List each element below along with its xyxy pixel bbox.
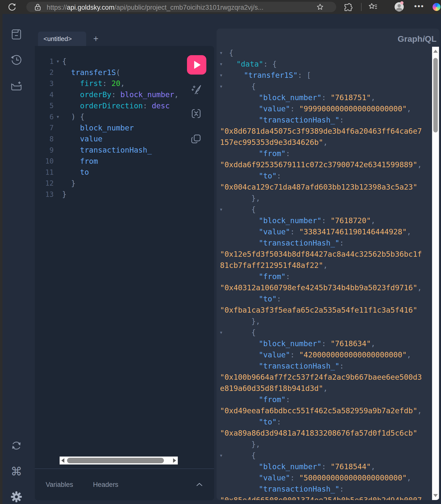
line-number: 6 (35, 113, 54, 121)
keyboard-shortcuts-icon[interactable]: ⌘ (11, 465, 22, 478)
tab-headers[interactable]: Headers (93, 481, 118, 489)
response-row: "0x12e5fd3f5034b8df84427ac8a44c32562b5b3… (217, 249, 430, 260)
bookmark-star-icon[interactable] (316, 3, 324, 11)
response-row: 81cb7faff212951f48af22", (217, 260, 430, 271)
response-row: }, (217, 316, 430, 327)
response-row: "0xdda6f92535679111c072c37900742e6341599… (217, 159, 430, 170)
scroll-up-arrow[interactable] (433, 50, 438, 53)
response-row: "0xd49eeafa6bdbcc551f462c5a582959a9b7a2e… (217, 405, 430, 416)
response-row: "value": "3383417461190146444928", (217, 226, 430, 237)
response-row: "block_number": "7618751", (217, 92, 430, 103)
settings-gear-icon[interactable] (10, 491, 23, 503)
response-row: }, (217, 439, 430, 450)
code-line[interactable]: 8 value (35, 133, 184, 145)
copilot-icon[interactable] (433, 3, 441, 11)
tab-variables[interactable]: Variables (46, 481, 73, 489)
favorites-icon[interactable] (368, 2, 378, 12)
scroll-thumb[interactable] (67, 458, 164, 463)
add-tab-button[interactable]: + (91, 34, 101, 44)
response-row: "block_number": "7618634", (217, 338, 430, 349)
response-row: e819a60d35d8f18b941d3d", (217, 383, 430, 394)
line-number: 3 (35, 80, 54, 88)
fold-arrow-icon[interactable]: ▾ (220, 62, 222, 66)
line-number: 2 (35, 68, 54, 77)
reload-icon[interactable] (7, 2, 16, 11)
response-row: "value": "9999000000000000000000", (217, 103, 430, 114)
line-number: 11 (35, 168, 54, 176)
browser-toolbar: https://api.goldsky.com/api/public/proje… (0, 0, 441, 14)
response-row: "0x8d6781da45075c3f9389de3b4f6a20463ff64… (217, 126, 430, 137)
history-icon[interactable] (10, 54, 23, 66)
code-line[interactable]: 5 orderDirection: desc (35, 100, 184, 111)
fold-arrow-icon[interactable]: ▾ (220, 51, 222, 55)
query-editor-lines[interactable]: 1▾{2 transfer1S(3 first: 20,4 orderBy: b… (35, 56, 184, 200)
scroll-right-arrow[interactable] (173, 458, 176, 463)
response-row: "0x85e4d66508e0001374ee254b0b5e63d0b2d94… (217, 495, 430, 500)
query-editor-pane[interactable]: 1▾{2 transfer1S(3 first: 20,4 orderBy: b… (35, 46, 214, 500)
code-line[interactable]: 9 transactionHash_ (35, 145, 184, 156)
line-number: 13 (35, 190, 54, 199)
response-row: "to": (217, 416, 430, 427)
code-line[interactable]: 6▾ ) { (35, 111, 184, 123)
response-json: ▾{▾"data": {▾"transfer1S": [▾{"block_num… (217, 47, 430, 500)
line-number: 10 (35, 157, 54, 165)
profile-badge (400, 1, 404, 4)
code-line[interactable]: 3 first: 20, (35, 78, 184, 89)
fold-arrow-icon[interactable]: ▾ (220, 207, 222, 212)
code-line[interactable]: 1▾{ (35, 56, 184, 67)
line-number: 5 (35, 102, 54, 110)
response-row: "0x40312a1060798efe4245b734b4bb9a5023fd9… (217, 282, 430, 293)
toolbar-divider (361, 3, 362, 11)
tab-untitled[interactable]: <untitled> (38, 32, 86, 46)
address-bar[interactable]: https://api.goldsky.com/api/public/proje… (26, 2, 336, 12)
code-line[interactable]: 13} (35, 189, 184, 200)
response-row: "from": (217, 394, 430, 405)
more-menu-icon[interactable]: ••• (414, 2, 424, 10)
response-row: ▾"data": { (217, 58, 430, 70)
line-number: 12 (35, 179, 54, 187)
code-line[interactable]: 10 from (35, 156, 184, 167)
prettify-icon[interactable] (191, 84, 203, 95)
line-number: 1 (35, 57, 54, 66)
scroll-left-arrow[interactable] (61, 458, 64, 463)
response-pane: GraphiQL ▾{▾"data": {▾"transfer1S": [▾{"… (217, 29, 440, 500)
response-row: }, (217, 193, 430, 204)
extensions-icon[interactable] (344, 2, 353, 12)
copy-query-icon[interactable] (190, 133, 202, 145)
line-number: 9 (35, 146, 54, 154)
merge-fragments-icon[interactable] (190, 108, 202, 120)
response-row: "transactionHash_": (217, 483, 430, 495)
folder-plus-icon[interactable] (10, 80, 23, 92)
response-row: ▾{ (217, 327, 430, 338)
response-row: "block_number": "7618720", (217, 215, 430, 226)
lock-icon (34, 3, 41, 11)
docs-icon[interactable] (10, 28, 23, 41)
fold-arrow-icon[interactable]: ▾ (220, 453, 222, 458)
fold-arrow-icon[interactable]: ▾ (220, 84, 222, 89)
response-scrollbar[interactable] (432, 47, 439, 500)
code-line[interactable]: 4 orderBy: block_number, (35, 89, 184, 100)
refetch-schema-icon[interactable] (10, 439, 23, 452)
scroll-down-arrow[interactable] (433, 494, 438, 497)
code-line[interactable]: 12 } (35, 178, 184, 189)
fold-arrow-icon[interactable]: ▾ (220, 73, 222, 78)
response-row: "value": "5000000000000000000000", (217, 472, 430, 483)
fold-arrow-icon[interactable]: ▾ (54, 114, 62, 120)
response-row: "from": (217, 271, 430, 282)
response-row: "block_number": "7618544", (217, 461, 430, 472)
fold-arrow-icon[interactable]: ▾ (54, 59, 62, 64)
response-row: "0x004ca129c71da487afd603bb123b12398a3c5… (217, 181, 430, 193)
response-row: ▾{ (217, 450, 430, 461)
fold-arrow-icon[interactable]: ▾ (220, 330, 222, 335)
editor-h-scrollbar[interactable] (60, 457, 178, 464)
code-line[interactable]: 7 block_number (35, 123, 184, 134)
code-line[interactable]: 11 to (35, 167, 184, 178)
response-row: ▾{ (217, 81, 430, 92)
collapse-chevron-icon[interactable] (196, 482, 203, 487)
execute-query-button[interactable] (187, 55, 206, 75)
response-row: ▾"transfer1S": [ (217, 70, 430, 81)
response-row: "transactionHash_": (217, 114, 430, 126)
scroll-thumb[interactable] (433, 58, 438, 132)
code-line[interactable]: 2 transfer1S( (35, 67, 184, 78)
line-number: 7 (35, 124, 54, 132)
